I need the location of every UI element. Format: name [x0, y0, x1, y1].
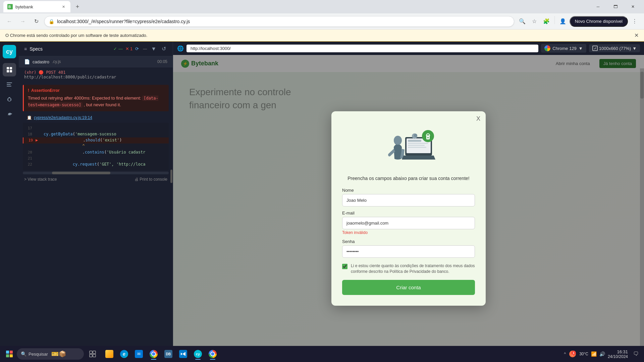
taskbar-chrome2[interactable]	[206, 347, 219, 361]
name-input[interactable]	[342, 194, 475, 206]
spec-file-item[interactable]: 📄 cadastro .cy.js 00:05	[19, 56, 173, 67]
code-line-21: 21	[23, 156, 169, 162]
title-bar: B bytebank ✕ + ─ 🗖 ✕	[0, 0, 644, 13]
pass-badge: ✓ —	[113, 46, 123, 51]
browser-tab[interactable]: B bytebank ✕	[3, 1, 70, 12]
reload-button[interactable]: ↻	[31, 16, 42, 27]
code-line-18: 18 cy.getByData('mensagem-sucesso	[23, 131, 169, 137]
chrome-version-badge[interactable]: Chrome 129 ▼	[541, 44, 586, 53]
error-file-link[interactable]: 📋 cypress/e2e/cadastro.cy.js:19:14	[19, 114, 173, 121]
taskbar-search-bar[interactable]: 🔍 Pesquisar 🎫📦	[17, 348, 84, 360]
database-icon: DB	[164, 350, 172, 358]
code-line-22: 22 cy.request('GET', 'http://loca	[23, 162, 169, 168]
clock-date: 24/10/2024	[608, 354, 628, 359]
refresh-icon[interactable]: ↺	[160, 45, 167, 53]
svg-rect-2	[7, 67, 9, 69]
svg-rect-30	[90, 354, 92, 357]
code-horizontal-scrollbar[interactable]	[23, 172, 169, 174]
auto-bar-close[interactable]: ✕	[634, 32, 639, 39]
volume-icon[interactable]: 🔊	[599, 351, 605, 357]
maximize-button[interactable]: 🗖	[608, 0, 623, 13]
profile-icon[interactable]: 👤	[557, 16, 568, 27]
terms-checkbox[interactable]	[342, 264, 347, 269]
viewport-toolbar: 🌐 http://localhost:3000/ Chrome 129 ▼ 10…	[173, 42, 644, 55]
svg-line-10	[7, 99, 8, 99]
forward-button[interactable]: →	[17, 16, 28, 27]
new-chrome-button[interactable]: Novo Chrome disponível	[570, 16, 628, 27]
windows-taskbar: 🔍 Pesquisar 🎫📦 e ✉ DB	[0, 346, 644, 362]
file-link-icon: 📋	[27, 115, 32, 120]
svg-point-9	[8, 98, 11, 101]
close-button[interactable]: ✕	[625, 0, 641, 13]
cypress-nav-runs[interactable]	[3, 78, 16, 91]
laptop-illustration	[378, 122, 439, 169]
menu-icon[interactable]: ⋮	[629, 16, 640, 27]
svg-rect-28	[90, 351, 92, 354]
taskbar-clock[interactable]: 16:31 24/10/2024	[608, 349, 628, 359]
task-view-button[interactable]	[86, 347, 99, 361]
cypress-nav-home[interactable]	[3, 63, 16, 76]
code-line-caret: ^	[23, 143, 169, 149]
taskbar-apps: e ✉ DB cy	[103, 347, 219, 361]
taskbar-chrome[interactable]	[147, 347, 160, 361]
email-input[interactable]	[342, 217, 475, 229]
website-container: ⚡ Bytebank Abrir minha conta Já tenho co…	[173, 55, 644, 362]
taskbar-edge[interactable]: e	[117, 347, 131, 361]
start-button[interactable]	[3, 347, 16, 361]
create-account-button[interactable]: Criar conta	[342, 280, 475, 295]
chrome-version-text: Chrome 129	[552, 46, 577, 51]
search-toolbar-icon[interactable]: 🔍	[517, 16, 528, 27]
chrome-taskbar-icon	[150, 350, 158, 358]
pending-badge: ⟳	[135, 46, 139, 51]
taskbar-explorer[interactable]	[103, 347, 116, 361]
terms-checkbox-row: Li e estou ciente quanto às condições de…	[342, 263, 475, 275]
back-button[interactable]: ←	[4, 16, 15, 27]
print-to-console-link[interactable]: 🖨 Print to console	[135, 177, 167, 182]
modal-illustration	[342, 122, 475, 170]
svg-rect-6	[7, 82, 12, 83]
svg-rect-7	[7, 84, 11, 85]
taskbar-vscode[interactable]	[176, 347, 190, 361]
browser-info: Chrome 129 ▼ 1000x660 (77%) ▼	[541, 44, 640, 53]
auto-bar-text: O Chrome está sendo controlado por um so…	[5, 33, 147, 38]
action-links: > View stack trace 🖨 Print to console	[19, 174, 173, 184]
notification-center-button[interactable]: 🗨	[631, 349, 641, 359]
browser-viewport: 🌐 http://localhost:3000/ Chrome 129 ▼ 10…	[173, 42, 644, 362]
code-scrollbar-thumb	[52, 172, 110, 174]
show-hidden-icon[interactable]: ^	[564, 352, 566, 356]
specs-icon: ≡	[24, 46, 27, 52]
modal-close-button[interactable]: X	[476, 115, 480, 122]
password-input[interactable]	[342, 245, 475, 258]
tab-close-button[interactable]: ✕	[60, 4, 66, 10]
viewport-url-bar[interactable]: http://localhost:3000/	[186, 45, 538, 52]
spec-ext: .cy.js	[52, 59, 61, 64]
new-tab-button[interactable]: +	[72, 1, 83, 12]
view-stack-trace-link[interactable]: > View stack trace	[24, 177, 57, 182]
code-line-19: 19 ▶ .should('exist')	[23, 137, 169, 143]
extensions-icon[interactable]: 🧩	[541, 16, 552, 27]
url-text: localhost:3000/_/#/specs/runner?file=cyp…	[57, 19, 510, 24]
assertion-error-block: ! AssertionError Timed out retrying afte…	[23, 85, 169, 111]
taskbar-cypress[interactable]: cy	[191, 347, 205, 361]
cypress-vertical-scrollbar[interactable]	[170, 42, 173, 362]
viewport-size-badge[interactable]: 1000x660 (77%) ▼	[589, 44, 640, 52]
notification-area[interactable]: 🌡 1	[569, 350, 577, 358]
task-view-icon	[89, 351, 96, 357]
website-background: ⚡ Bytebank Abrir minha conta Já tenho co…	[173, 55, 644, 362]
browser-toolbar: ← → ↻ 🔒 localhost:3000/_/#/specs/runner?…	[0, 13, 644, 29]
address-bar[interactable]: 🔒 localhost:3000/_/#/specs/runner?file=c…	[44, 16, 514, 27]
svg-point-24	[427, 137, 429, 138]
cypress-nav-bugs[interactable]	[3, 93, 16, 106]
chevron-down-icon[interactable]: ▼	[150, 45, 158, 53]
bookmark-icon[interactable]: ☆	[529, 16, 540, 27]
minimize-button[interactable]: ─	[590, 0, 606, 13]
mail-icon: ✉	[135, 350, 143, 358]
taskbar-search-icon: 🔍	[21, 351, 26, 357]
taskbar-db[interactable]: DB	[162, 347, 175, 361]
taskbar-mail[interactable]: ✉	[132, 347, 146, 361]
xhr-info: (xhr) 🔴 POST 401 http://localhost:8000/p…	[19, 67, 173, 82]
file-explorer-icon	[105, 350, 113, 358]
cypress-nav-settings[interactable]	[3, 107, 16, 121]
name-label: Nome	[342, 188, 475, 193]
taskbar-right: ^ 🌡 1 30°C 📶 🔊 16:31 24/10/2024 🗨	[564, 349, 641, 359]
